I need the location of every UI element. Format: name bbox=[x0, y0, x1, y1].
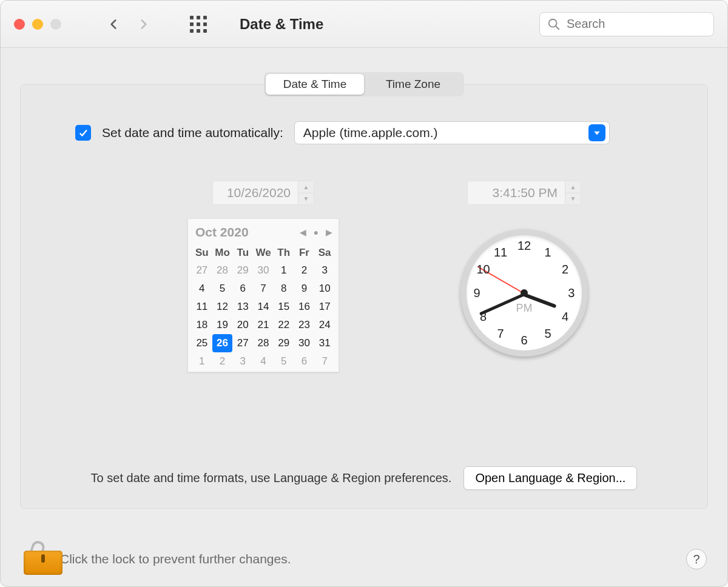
help-button[interactable]: ? bbox=[686, 549, 707, 569]
date-field: 10/26/2020 ▲ ▼ bbox=[212, 181, 314, 205]
lock-icon[interactable] bbox=[21, 543, 46, 575]
calendar-day: 10 bbox=[314, 280, 335, 298]
clock-pivot bbox=[521, 289, 528, 297]
calendar-dow: Su bbox=[192, 244, 212, 261]
lock-hint: Click the lock to prevent further change… bbox=[60, 552, 291, 566]
calendar-grid: SuMoTuWeThFrSa27282930123456789101112131… bbox=[192, 244, 335, 371]
close-window-button[interactable] bbox=[14, 19, 25, 30]
search-field[interactable] bbox=[539, 12, 714, 36]
calendar-day: 25 bbox=[192, 334, 212, 352]
tab-date-time[interactable]: Date & Time bbox=[266, 74, 364, 95]
calendar-day: 23 bbox=[294, 316, 315, 334]
date-stepper: ▲ ▼ bbox=[298, 181, 314, 204]
calendar-day: 15 bbox=[274, 298, 294, 316]
format-footer: To set date and time formats, use Langua… bbox=[39, 466, 689, 490]
calendar-dow: We bbox=[253, 244, 274, 261]
calendar-day: 22 bbox=[274, 316, 294, 334]
calendar-day: 14 bbox=[253, 298, 274, 316]
calendar-day: 1 bbox=[192, 352, 212, 371]
calendar-day: 29 bbox=[274, 334, 294, 352]
clock-numeral: 3 bbox=[568, 286, 575, 300]
auto-set-label: Set date and time automatically: bbox=[102, 126, 283, 140]
auto-set-checkbox[interactable] bbox=[75, 125, 91, 141]
time-step-down: ▼ bbox=[565, 193, 581, 205]
time-column: 3:41:50 PM ▲ ▼ PM 123456789101112 bbox=[433, 181, 615, 372]
format-hint: To set date and time formats, use Langua… bbox=[91, 471, 452, 485]
time-stepper: ▲ ▼ bbox=[565, 181, 581, 204]
calendar-day: 12 bbox=[212, 298, 233, 316]
clock-numeral: 10 bbox=[476, 263, 490, 277]
calendar-header: Oct 2020 ◀ ● ▶ bbox=[192, 223, 335, 244]
show-all-icon[interactable] bbox=[190, 16, 207, 33]
clock-numeral: 2 bbox=[562, 263, 568, 277]
calendar-day: 17 bbox=[314, 298, 335, 316]
time-server-combobox[interactable]: Apple (time.apple.com.) bbox=[294, 121, 610, 144]
date-step-down: ▼ bbox=[298, 193, 314, 205]
clock-numeral: 12 bbox=[517, 239, 531, 253]
bottom-bar: Click the lock to prevent further change… bbox=[1, 532, 727, 586]
calendar-day: 5 bbox=[274, 352, 294, 371]
calendar-day: 20 bbox=[232, 316, 253, 334]
clock-numeral: 6 bbox=[521, 333, 527, 347]
svg-line-1 bbox=[556, 25, 559, 29]
calendar-day: 11 bbox=[192, 298, 212, 316]
toolbar: Date & Time bbox=[1, 1, 727, 48]
calendar-day: 6 bbox=[232, 280, 253, 298]
pane-body: Date & Time Time Zone Set date and time … bbox=[1, 48, 727, 532]
clock-numeral: 7 bbox=[497, 327, 504, 341]
calendar-day: 28 bbox=[253, 334, 274, 352]
preferences-window: Date & Time Date & Time Time Zone Set da… bbox=[0, 0, 728, 587]
calendar-day: 7 bbox=[253, 280, 274, 298]
clock-numeral: 8 bbox=[480, 309, 487, 323]
time-server-value: Apple (time.apple.com.) bbox=[303, 126, 438, 140]
clock-numeral: 1 bbox=[544, 245, 551, 259]
calendar-day: 24 bbox=[314, 316, 335, 334]
time-step-up: ▲ bbox=[565, 181, 581, 193]
calendar-day: 21 bbox=[253, 316, 274, 334]
zoom-window-button bbox=[50, 19, 61, 30]
calendar-day: 2 bbox=[294, 261, 315, 280]
clock-numeral: 9 bbox=[474, 286, 480, 300]
calendar-today-icon: ● bbox=[314, 227, 318, 237]
calendar-prev-icon: ◀ bbox=[300, 227, 306, 237]
back-button[interactable] bbox=[107, 17, 120, 32]
calendar-dow: Mo bbox=[212, 244, 233, 261]
calendar-day: 19 bbox=[212, 316, 233, 334]
calendar-day: 31 bbox=[314, 334, 335, 352]
settings-panel: Set date and time automatically: Apple (… bbox=[20, 84, 708, 509]
calendar-day: 2 bbox=[212, 352, 233, 371]
combobox-chevron-icon bbox=[588, 124, 605, 141]
calendar: Oct 2020 ◀ ● ▶ SuMoTuWeThFrSa27282930123… bbox=[187, 218, 339, 372]
window-controls bbox=[14, 19, 61, 30]
calendar-day: 27 bbox=[192, 261, 212, 280]
date-step-up: ▲ bbox=[298, 181, 314, 193]
nav-buttons bbox=[107, 17, 150, 32]
calendar-day: 6 bbox=[294, 352, 315, 371]
calendar-dow: Fr bbox=[294, 244, 315, 261]
search-input[interactable] bbox=[565, 16, 721, 32]
calendar-day: 5 bbox=[212, 280, 233, 298]
open-language-region-button[interactable]: Open Language & Region... bbox=[463, 466, 637, 490]
calendar-next-icon: ▶ bbox=[326, 227, 332, 237]
calendar-day: 7 bbox=[314, 352, 335, 371]
time-field: 3:41:50 PM ▲ ▼ bbox=[467, 181, 581, 205]
calendar-day: 30 bbox=[253, 261, 274, 280]
calendar-day: 30 bbox=[294, 334, 315, 352]
calendar-day: 28 bbox=[212, 261, 233, 280]
calendar-day: 27 bbox=[232, 334, 253, 352]
minimize-window-button[interactable] bbox=[32, 19, 43, 30]
calendar-day: 13 bbox=[232, 298, 253, 316]
calendar-day: 18 bbox=[192, 316, 212, 334]
calendar-day: 4 bbox=[192, 280, 212, 298]
date-field-value: 10/26/2020 bbox=[213, 181, 298, 204]
calendar-day: 3 bbox=[232, 352, 253, 371]
tab-time-zone[interactable]: Time Zone bbox=[364, 74, 462, 95]
search-icon bbox=[547, 18, 561, 31]
clock-ampm-label: PM bbox=[516, 302, 533, 315]
calendar-day: 4 bbox=[253, 352, 274, 371]
forward-button bbox=[138, 17, 150, 32]
analog-clock: PM 123456789101112 bbox=[460, 229, 588, 357]
calendar-day: 29 bbox=[232, 261, 253, 280]
clock-numeral: 11 bbox=[494, 245, 507, 259]
auto-set-row: Set date and time automatically: Apple (… bbox=[75, 121, 671, 144]
